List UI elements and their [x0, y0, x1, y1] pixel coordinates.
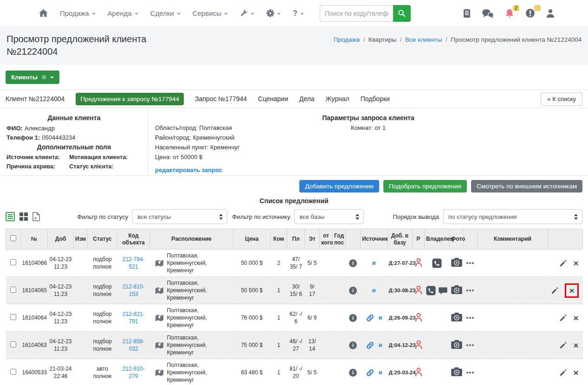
tab-podborki[interactable]: Подборки	[361, 95, 390, 103]
row-checkbox[interactable]	[10, 259, 16, 265]
match-offers-button[interactable]: Подобрать предложения	[383, 180, 467, 192]
map-icon[interactable]	[155, 369, 164, 377]
help-menu[interactable]: ?	[293, 9, 304, 18]
delete-button[interactable]: ×	[573, 314, 578, 322]
link-icon[interactable]	[366, 341, 375, 350]
external-sources-button[interactable]: Смотреть по внешним источникам	[471, 180, 582, 192]
delete-button[interactable]: ×	[573, 259, 578, 268]
owner-person-icon[interactable]	[414, 312, 423, 322]
map-icon[interactable]	[155, 341, 164, 349]
journal-button[interactable]	[463, 9, 471, 18]
home-button[interactable]	[39, 9, 48, 17]
chevron-down-icon	[251, 13, 254, 15]
menu-prodazha[interactable]: Продажа	[60, 9, 96, 17]
messages-button[interactable]	[482, 9, 494, 18]
edit-button[interactable]	[559, 341, 567, 349]
breadcrumb-vse-klienty[interactable]: Все клиенты	[405, 36, 451, 43]
excel-file-icon: x	[32, 212, 40, 221]
owner-person-icon[interactable]	[414, 257, 423, 267]
info-icon[interactable]: i	[349, 259, 357, 267]
tools-menu[interactable]	[240, 9, 254, 17]
edit-button[interactable]	[559, 314, 567, 322]
chat-icon[interactable]	[438, 286, 448, 295]
select-all-checkbox[interactable]	[10, 235, 16, 241]
info-icon[interactable]: i	[349, 369, 357, 377]
object-code-link[interactable]: 212-910-279	[122, 366, 144, 379]
photo-camera-icon[interactable]	[451, 340, 462, 349]
delete-button[interactable]: ×	[565, 283, 578, 298]
menu-servisy[interactable]: Сервисы	[193, 9, 228, 17]
edit-button[interactable]	[559, 369, 567, 377]
tab-client[interactable]: Клиент №21224004	[6, 95, 65, 103]
link-icon[interactable]	[366, 368, 375, 377]
menu-sdelki[interactable]: Сделки	[150, 9, 181, 17]
export-excel-button[interactable]: x	[32, 212, 40, 221]
row-checkbox[interactable]	[10, 314, 16, 320]
offer-floor-cell: 5/ 5	[305, 250, 320, 277]
row-checkbox[interactable]	[10, 341, 16, 347]
link-icon[interactable]	[366, 314, 375, 322]
more-options-button[interactable]: •••	[466, 341, 474, 348]
breadcrumb-prodazha[interactable]: Продажа	[334, 36, 368, 43]
photo-camera-icon[interactable]	[451, 313, 462, 321]
clients-menu-button[interactable]: Клиенты ≡	[6, 71, 59, 84]
hamburger-icon: ≡	[42, 75, 46, 80]
more-options-button[interactable]: •••	[466, 287, 474, 294]
more-options-button[interactable]: •••	[466, 369, 474, 376]
more-options-button[interactable]: •••	[466, 259, 474, 266]
photo-camera-icon[interactable]	[451, 285, 462, 294]
map-icon[interactable]	[155, 287, 164, 295]
table-view-button[interactable]	[6, 212, 15, 221]
col-modified: Изм	[74, 229, 88, 250]
notifications-button[interactable]: 2	[505, 8, 514, 19]
tab-request[interactable]: Запрос №177944	[195, 95, 247, 103]
search-input[interactable]	[320, 5, 393, 22]
phone-icon[interactable]	[426, 286, 436, 295]
info-icon[interactable]: i	[349, 314, 357, 322]
settings-menu[interactable]	[266, 9, 281, 17]
alerts-button[interactable]	[525, 8, 535, 18]
map-icon[interactable]	[155, 314, 164, 322]
owner-person-icon[interactable]	[414, 340, 423, 349]
photo-camera-icon[interactable]	[451, 258, 462, 267]
back-to-list-button[interactable]: « К списку	[541, 92, 582, 106]
edit-button[interactable]	[551, 287, 559, 295]
tab-tasks[interactable]: Дела	[299, 95, 315, 103]
col-from-whom: от кого	[320, 229, 333, 250]
map-icon[interactable]	[155, 259, 164, 267]
delete-button[interactable]: ×	[573, 368, 578, 377]
order-filter: Порядок вывода по статусу предложения	[393, 209, 582, 224]
profile-button[interactable]	[546, 9, 555, 18]
info-icon[interactable]: i	[349, 341, 357, 349]
object-code-link[interactable]: 212-794-521	[122, 256, 144, 270]
object-code-link[interactable]: 212-858-032	[122, 338, 144, 352]
phone-icon[interactable]	[432, 258, 442, 268]
offer-price-cell: 75 000 $	[233, 332, 271, 359]
object-code-link[interactable]: 212-821-791	[122, 311, 144, 325]
object-code-link[interactable]: 212-810-153	[122, 283, 144, 297]
menu-arenda[interactable]: Аренда	[108, 9, 138, 17]
tab-scenarios[interactable]: Сценарии	[258, 95, 288, 103]
delete-button[interactable]: ×	[573, 341, 578, 350]
tab-offers[interactable]: Предложения к запросу №177944	[76, 93, 184, 105]
search-button[interactable]	[393, 5, 411, 22]
edit-request-link[interactable]: редактировать запрос	[155, 165, 222, 175]
grid-view-button[interactable]	[19, 212, 28, 221]
owner-person-icon[interactable]	[414, 367, 423, 377]
status-filter-select[interactable]: все статусы	[132, 209, 227, 224]
request-settlement: Населенный пункт: Кременчуг	[155, 142, 239, 152]
photo-camera-icon[interactable]	[451, 367, 462, 376]
client-panel: Данные клиента ФИО:Александр Телефон 1:0…	[0, 108, 588, 176]
owner-person-icon[interactable]	[414, 285, 423, 295]
owner-contacts-cell	[426, 258, 448, 268]
more-options-button[interactable]: •••	[466, 314, 474, 321]
edit-button[interactable]	[559, 259, 567, 267]
source-filter-select[interactable]: все базы	[294, 209, 364, 224]
row-checkbox[interactable]	[10, 369, 16, 375]
info-icon[interactable]: i	[349, 287, 357, 295]
order-filter-select[interactable]: по статусу предложения	[443, 209, 582, 224]
add-offer-button[interactable]: Добавить предложение	[299, 180, 379, 192]
client-motivation-label: Мотивация клиента:	[69, 154, 142, 160]
row-checkbox[interactable]	[10, 287, 16, 293]
tab-journal[interactable]: Журнал	[326, 95, 349, 103]
